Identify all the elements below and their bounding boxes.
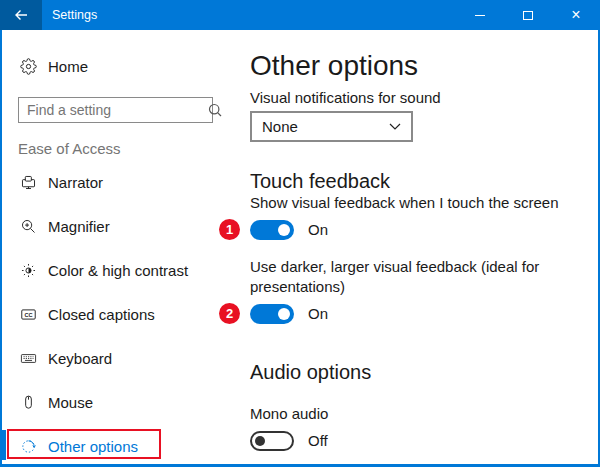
mouse-icon <box>20 394 37 411</box>
annotation-badge-1: 1 <box>219 219 240 240</box>
toggle-state-label: On <box>308 305 328 322</box>
back-arrow-icon <box>13 7 29 23</box>
audio-options-heading: Audio options <box>250 360 578 384</box>
sidebar-item-list: Narrator Magnifier Color & high contrast <box>2 160 232 467</box>
darker-feedback-description: Use darker, larger visual feedback (idea… <box>250 257 578 297</box>
svg-text:CC: CC <box>24 311 32 317</box>
color-contrast-icon <box>20 262 37 279</box>
sidebar-item-closed-captions[interactable]: CC Closed captions <box>2 292 232 336</box>
settings-window: Settings × Home Ease of Access <box>0 0 600 467</box>
sidebar: Home Ease of Access Narrator <box>2 30 232 464</box>
sidebar-item-narrator[interactable]: Narrator <box>2 160 232 204</box>
main-content: Other options Visual notifications for s… <box>232 30 598 464</box>
dropdown-selected-value: None <box>262 118 298 135</box>
visual-notifications-dropdown[interactable]: None <box>250 111 413 142</box>
app-body: Home Ease of Access Narrator <box>0 30 600 467</box>
sidebar-item-label: Keyboard <box>48 350 112 367</box>
toggle-state-label: Off <box>308 432 328 449</box>
search-icon <box>208 103 222 117</box>
sidebar-item-magnifier[interactable]: Magnifier <box>2 204 232 248</box>
mono-audio-label: Mono audio <box>250 404 578 424</box>
magnifier-icon <box>20 218 37 235</box>
close-icon: × <box>571 7 580 23</box>
sidebar-item-mouse[interactable]: Mouse <box>2 380 232 424</box>
sidebar-item-color-high-contrast[interactable]: Color & high contrast <box>2 248 232 292</box>
window-title: Settings <box>52 8 456 22</box>
touch-feedback-heading: Touch feedback <box>250 169 578 193</box>
sidebar-item-label: Closed captions <box>48 306 155 323</box>
sidebar-item-other-options[interactable]: Other options <box>2 424 232 467</box>
minimize-button[interactable] <box>456 0 504 30</box>
mono-audio-toggle[interactable] <box>250 431 294 451</box>
maximize-button[interactable] <box>504 0 552 30</box>
toggle-state-label: On <box>308 221 328 238</box>
touch-feedback-toggle-row: 1 On <box>250 219 578 240</box>
titlebar[interactable]: Settings × <box>0 0 600 30</box>
toggle-knob <box>278 224 290 236</box>
maximize-icon <box>523 11 533 20</box>
annotation-badge-2: 2 <box>219 303 240 324</box>
other-options-icon <box>20 438 37 455</box>
sidebar-item-label: Home <box>48 58 88 75</box>
sidebar-item-keyboard[interactable]: Keyboard <box>2 336 232 380</box>
keyboard-icon <box>20 350 37 367</box>
touch-feedback-description: Show visual feedback when I touch the sc… <box>250 193 578 213</box>
sidebar-item-home[interactable]: Home <box>2 46 232 86</box>
back-button[interactable] <box>0 0 42 30</box>
search-input[interactable] <box>27 102 208 118</box>
touch-feedback-toggle[interactable] <box>250 220 294 240</box>
darker-feedback-toggle-row: 2 On <box>250 303 578 324</box>
sidebar-item-label: Narrator <box>48 174 103 191</box>
chevron-down-icon <box>389 123 401 130</box>
selection-accent-bar <box>2 430 6 460</box>
search-box <box>18 97 213 123</box>
page-title: Other options <box>250 48 578 84</box>
sidebar-group-label: Ease of Access <box>18 140 232 157</box>
closed-captions-icon: CC <box>20 306 37 323</box>
visual-notifications-label: Visual notifications for sound <box>250 88 578 108</box>
toggle-knob <box>278 308 290 320</box>
gear-icon <box>20 58 37 75</box>
sidebar-item-label: Magnifier <box>48 218 110 235</box>
toggle-knob <box>255 436 265 446</box>
sidebar-item-label: Mouse <box>48 394 93 411</box>
sidebar-item-label: Color & high contrast <box>48 262 188 279</box>
sidebar-item-label: Other options <box>48 438 138 455</box>
close-button[interactable]: × <box>552 0 600 30</box>
darker-feedback-toggle[interactable] <box>250 304 294 324</box>
mono-audio-toggle-row: Off <box>250 430 578 451</box>
narrator-icon <box>20 174 37 191</box>
minimize-icon <box>475 15 485 16</box>
